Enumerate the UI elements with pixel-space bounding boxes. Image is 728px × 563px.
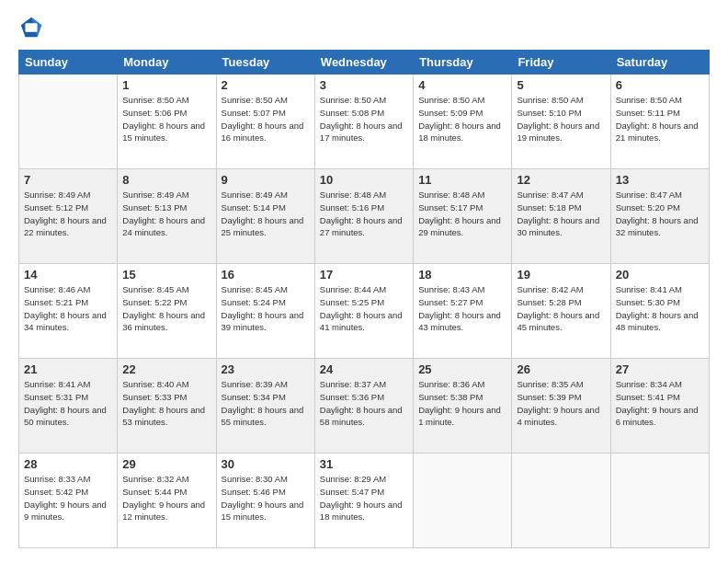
day-info: Sunrise: 8:45 AMSunset: 5:24 PMDaylight:… (222, 283, 310, 334)
day-cell: 26Sunrise: 8:35 AMSunset: 5:39 PMDayligh… (512, 359, 610, 454)
day-number: 13 (616, 173, 704, 187)
day-cell: 29Sunrise: 8:32 AMSunset: 5:44 PMDayligh… (118, 454, 216, 548)
day-number: 29 (122, 457, 210, 471)
day-cell: 19Sunrise: 8:42 AMSunset: 5:28 PMDayligh… (512, 264, 610, 359)
day-cell: 6Sunrise: 8:50 AMSunset: 5:11 PMDaylight… (610, 75, 709, 169)
day-number: 11 (418, 173, 506, 187)
day-info: Sunrise: 8:49 AMSunset: 5:13 PMDaylight:… (122, 189, 210, 239)
day-cell: 21Sunrise: 8:41 AMSunset: 5:31 PMDayligh… (19, 359, 118, 454)
day-info: Sunrise: 8:42 AMSunset: 5:28 PMDaylight:… (517, 283, 605, 334)
col-header-friday: Friday (512, 51, 610, 75)
day-info: Sunrise: 8:48 AMSunset: 5:16 PMDaylight:… (320, 189, 408, 239)
page: SundayMondayTuesdayWednesdayThursdayFrid… (0, 0, 728, 563)
col-header-sunday: Sunday (19, 51, 118, 75)
day-number: 9 (222, 173, 310, 187)
day-number: 23 (222, 362, 310, 376)
day-number: 4 (418, 78, 506, 92)
day-number: 20 (616, 268, 704, 282)
day-cell: 30Sunrise: 8:30 AMSunset: 5:46 PMDayligh… (216, 454, 314, 548)
day-info: Sunrise: 8:41 AMSunset: 5:30 PMDaylight:… (616, 283, 704, 334)
day-cell: 2Sunrise: 8:50 AMSunset: 5:07 PMDaylight… (216, 75, 314, 169)
day-info: Sunrise: 8:46 AMSunset: 5:21 PMDaylight:… (24, 283, 112, 334)
day-number: 1 (122, 78, 210, 92)
day-info: Sunrise: 8:32 AMSunset: 5:44 PMDaylight:… (122, 473, 210, 523)
day-cell: 27Sunrise: 8:34 AMSunset: 5:41 PMDayligh… (610, 359, 709, 454)
day-cell (414, 454, 512, 548)
day-cell: 23Sunrise: 8:39 AMSunset: 5:34 PMDayligh… (216, 359, 314, 454)
day-cell: 25Sunrise: 8:36 AMSunset: 5:38 PMDayligh… (414, 359, 512, 454)
day-cell: 9Sunrise: 8:49 AMSunset: 5:14 PMDaylight… (216, 169, 314, 264)
day-cell: 14Sunrise: 8:46 AMSunset: 5:21 PMDayligh… (19, 264, 118, 359)
day-cell: 11Sunrise: 8:48 AMSunset: 5:17 PMDayligh… (414, 169, 512, 264)
day-info: Sunrise: 8:40 AMSunset: 5:33 PMDaylight:… (122, 378, 210, 429)
day-info: Sunrise: 8:45 AMSunset: 5:22 PMDaylight:… (122, 283, 210, 334)
day-cell: 1Sunrise: 8:50 AMSunset: 5:06 PMDaylight… (118, 75, 216, 169)
day-cell: 12Sunrise: 8:47 AMSunset: 5:18 PMDayligh… (512, 169, 610, 264)
day-info: Sunrise: 8:29 AMSunset: 5:47 PMDaylight:… (320, 473, 408, 523)
day-cell: 7Sunrise: 8:49 AMSunset: 5:12 PMDaylight… (19, 169, 118, 264)
day-info: Sunrise: 8:44 AMSunset: 5:25 PMDaylight:… (320, 283, 408, 334)
day-info: Sunrise: 8:49 AMSunset: 5:14 PMDaylight:… (222, 189, 310, 239)
day-number: 7 (24, 173, 112, 187)
day-info: Sunrise: 8:37 AMSunset: 5:36 PMDaylight:… (320, 378, 408, 429)
day-info: Sunrise: 8:48 AMSunset: 5:17 PMDaylight:… (418, 189, 506, 239)
header-row: SundayMondayTuesdayWednesdayThursdayFrid… (19, 51, 710, 75)
day-number: 26 (517, 362, 605, 376)
day-cell: 24Sunrise: 8:37 AMSunset: 5:36 PMDayligh… (314, 359, 413, 454)
day-cell: 17Sunrise: 8:44 AMSunset: 5:25 PMDayligh… (314, 264, 413, 359)
day-info: Sunrise: 8:33 AMSunset: 5:42 PMDaylight:… (24, 473, 112, 523)
day-number: 28 (24, 457, 112, 471)
day-number: 25 (418, 362, 506, 376)
day-number: 22 (122, 362, 210, 376)
logo (18, 15, 48, 40)
day-info: Sunrise: 8:47 AMSunset: 5:18 PMDaylight:… (517, 189, 605, 239)
day-cell: 22Sunrise: 8:40 AMSunset: 5:33 PMDayligh… (118, 359, 216, 454)
day-info: Sunrise: 8:35 AMSunset: 5:39 PMDaylight:… (517, 378, 605, 429)
day-cell: 13Sunrise: 8:47 AMSunset: 5:20 PMDayligh… (610, 169, 709, 264)
day-number: 5 (517, 78, 605, 92)
col-header-tuesday: Tuesday (216, 51, 314, 75)
col-header-wednesday: Wednesday (314, 51, 413, 75)
day-cell: 8Sunrise: 8:49 AMSunset: 5:13 PMDaylight… (118, 169, 216, 264)
calendar-table: SundayMondayTuesdayWednesdayThursdayFrid… (18, 50, 710, 548)
day-info: Sunrise: 8:47 AMSunset: 5:20 PMDaylight:… (616, 189, 704, 239)
day-cell: 3Sunrise: 8:50 AMSunset: 5:08 PMDaylight… (314, 75, 413, 169)
day-info: Sunrise: 8:39 AMSunset: 5:34 PMDaylight:… (222, 378, 310, 429)
col-header-monday: Monday (118, 51, 216, 75)
day-info: Sunrise: 8:50 AMSunset: 5:11 PMDaylight:… (616, 94, 704, 144)
day-number: 31 (320, 457, 408, 471)
day-number: 12 (517, 173, 605, 187)
day-number: 2 (222, 78, 310, 92)
svg-rect-2 (25, 23, 37, 31)
day-cell (19, 75, 118, 169)
logo-icon (18, 15, 44, 40)
day-cell: 31Sunrise: 8:29 AMSunset: 5:47 PMDayligh… (314, 454, 413, 548)
day-cell: 15Sunrise: 8:45 AMSunset: 5:22 PMDayligh… (118, 264, 216, 359)
day-number: 14 (24, 268, 112, 282)
day-info: Sunrise: 8:34 AMSunset: 5:41 PMDaylight:… (616, 378, 704, 429)
week-row-5: 28Sunrise: 8:33 AMSunset: 5:42 PMDayligh… (19, 454, 710, 548)
day-info: Sunrise: 8:41 AMSunset: 5:31 PMDaylight:… (24, 378, 112, 429)
day-info: Sunrise: 8:50 AMSunset: 5:08 PMDaylight:… (320, 94, 408, 144)
day-info: Sunrise: 8:50 AMSunset: 5:06 PMDaylight:… (122, 94, 210, 144)
day-cell: 10Sunrise: 8:48 AMSunset: 5:16 PMDayligh… (314, 169, 413, 264)
header (18, 15, 710, 40)
day-number: 16 (222, 268, 310, 282)
day-cell: 20Sunrise: 8:41 AMSunset: 5:30 PMDayligh… (610, 264, 709, 359)
day-info: Sunrise: 8:50 AMSunset: 5:10 PMDaylight:… (517, 94, 605, 144)
week-row-3: 14Sunrise: 8:46 AMSunset: 5:21 PMDayligh… (19, 264, 710, 359)
day-cell: 28Sunrise: 8:33 AMSunset: 5:42 PMDayligh… (19, 454, 118, 548)
col-header-thursday: Thursday (414, 51, 512, 75)
week-row-2: 7Sunrise: 8:49 AMSunset: 5:12 PMDaylight… (19, 169, 710, 264)
day-info: Sunrise: 8:43 AMSunset: 5:27 PMDaylight:… (418, 283, 506, 334)
day-info: Sunrise: 8:36 AMSunset: 5:38 PMDaylight:… (418, 378, 506, 429)
day-number: 30 (222, 457, 310, 471)
day-cell (512, 454, 610, 548)
day-number: 15 (122, 268, 210, 282)
day-number: 24 (320, 362, 408, 376)
day-cell (610, 454, 709, 548)
week-row-4: 21Sunrise: 8:41 AMSunset: 5:31 PMDayligh… (19, 359, 710, 454)
day-number: 18 (418, 268, 506, 282)
day-info: Sunrise: 8:50 AMSunset: 5:09 PMDaylight:… (418, 94, 506, 144)
day-number: 17 (320, 268, 408, 282)
